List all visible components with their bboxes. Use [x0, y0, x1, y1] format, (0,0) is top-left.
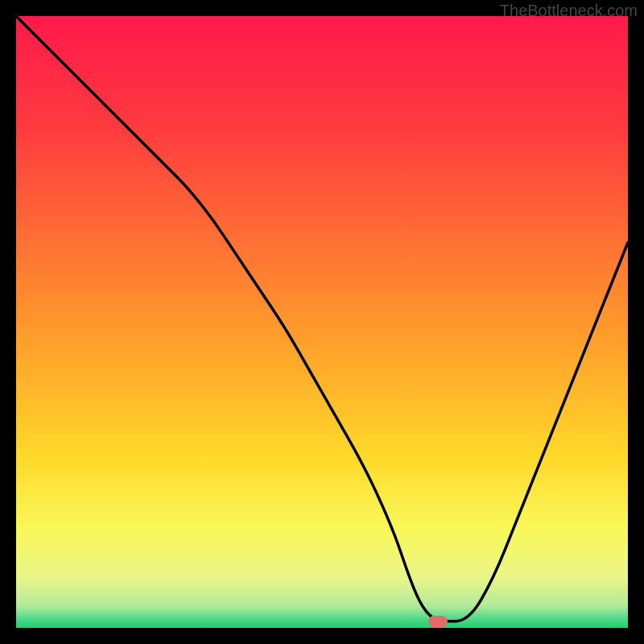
plot-area [16, 16, 628, 628]
bottleneck-curve [16, 16, 628, 621]
optimal-point-marker [428, 616, 448, 627]
watermark-text: TheBottleneck.com [500, 2, 638, 20]
curve-layer [16, 16, 628, 628]
